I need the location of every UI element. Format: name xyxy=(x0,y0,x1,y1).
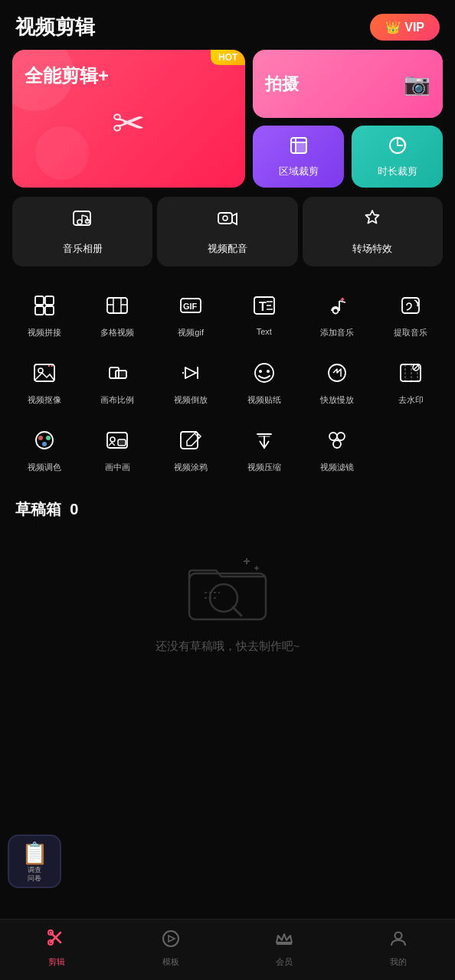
banner-bottom-row: 区域裁剪 时长裁剪 xyxy=(253,126,443,188)
scissors-nav-icon xyxy=(47,929,67,953)
music-album-icon xyxy=(71,207,94,236)
svg-rect-52 xyxy=(118,439,126,446)
nav-item-mine[interactable]: 我的 xyxy=(342,920,456,980)
tool-video-collage[interactable]: 视频拼接 xyxy=(8,279,81,346)
svg-rect-61 xyxy=(189,573,266,619)
feature-row: 音乐相册 视频配音 转场特效 xyxy=(0,197,455,266)
empty-folder-icon xyxy=(182,550,273,627)
tool-picture-in-picture-label: 画中画 xyxy=(105,462,130,473)
nav-label-mine: 我的 xyxy=(390,956,407,968)
svg-line-30 xyxy=(339,301,345,302)
tool-picture-in-picture[interactable]: 画中画 xyxy=(81,413,155,481)
svg-point-75 xyxy=(394,933,401,939)
survey-widget[interactable]: 📋 调查问卷 xyxy=(8,835,61,888)
tool-text-label: Text xyxy=(257,327,272,336)
draft-empty-state: 还没有草稿哦，快去制作吧~ xyxy=(15,543,440,684)
tool-video-compress-label: 视频压缩 xyxy=(247,462,281,473)
tool-speed[interactable]: 快放慢放 xyxy=(301,346,375,413)
svg-rect-16 xyxy=(107,298,127,313)
tool-video-gif-label: 视频gif xyxy=(178,327,204,338)
tool-multi-video[interactable]: 多格视频 xyxy=(81,279,155,346)
svg-rect-12 xyxy=(35,296,44,305)
svg-rect-13 xyxy=(35,306,44,315)
svg-rect-33 xyxy=(34,364,54,381)
transition-fx-button[interactable]: 转场特效 xyxy=(303,197,443,266)
svg-rect-36 xyxy=(116,371,126,378)
hot-badge: HOT xyxy=(211,50,245,65)
tool-video-collage-label: 视频拼接 xyxy=(28,327,61,338)
tool-video-mirror[interactable]: 视频抠像 xyxy=(8,346,81,413)
svg-point-48 xyxy=(38,436,43,440)
tool-extract-music-label: 提取音乐 xyxy=(394,327,427,338)
nav-item-vip[interactable]: 会员 xyxy=(228,920,342,980)
bottom-nav: 剪辑 模板 会员 我的 xyxy=(0,919,455,980)
vip-button[interactable]: 👑 VIP xyxy=(370,14,440,41)
tool-video-filter[interactable]: 视频滤镜 xyxy=(301,413,375,481)
banner-area: HOT 全能剪辑+ ✂ 拍摄 📷 区域裁剪 xyxy=(0,50,455,188)
nav-item-edit[interactable]: 剪辑 xyxy=(0,920,114,980)
tool-video-mirror-label: 视频抠像 xyxy=(28,394,61,406)
svg-point-53 xyxy=(110,437,115,442)
tool-remove-watermark[interactable]: 去水印 xyxy=(374,346,447,413)
svg-point-10 xyxy=(223,216,228,220)
crop-region-banner[interactable]: 区域裁剪 xyxy=(253,126,344,188)
svg-point-39 xyxy=(267,370,270,373)
svg-point-38 xyxy=(259,370,262,373)
tool-extract-music[interactable]: 提取音乐 xyxy=(374,279,447,346)
scissors-icon: ✂ xyxy=(25,100,233,146)
tool-video-sticker-label: 视频贴纸 xyxy=(247,394,281,406)
video-dub-label: 视频配音 xyxy=(208,242,247,256)
tool-text[interactable]: T Text xyxy=(228,279,301,346)
svg-rect-14 xyxy=(45,296,54,305)
header: 视频剪辑 👑 VIP xyxy=(0,0,455,50)
tool-multi-video-label: 多格视频 xyxy=(100,327,134,338)
tool-video-reverse[interactable]: 视频倒放 xyxy=(154,346,228,413)
svg-point-28 xyxy=(333,309,339,314)
main-banner[interactable]: HOT 全能剪辑+ ✂ xyxy=(12,50,245,188)
svg-point-4 xyxy=(77,220,82,224)
transition-fx-label: 转场特效 xyxy=(352,242,392,256)
tool-color-grading[interactable]: 视频调色 xyxy=(8,413,81,481)
video-dub-button[interactable]: 视频配音 xyxy=(157,197,297,266)
svg-point-60 xyxy=(333,440,341,448)
crop-time-label: 时长裁剪 xyxy=(378,165,417,178)
crown-nav-icon xyxy=(274,929,294,953)
svg-rect-9 xyxy=(218,213,232,224)
tool-video-doodle[interactable]: 视频涂鸦 xyxy=(154,413,228,481)
svg-line-67 xyxy=(233,607,241,616)
music-album-button[interactable]: 音乐相册 xyxy=(12,197,152,266)
tool-video-reverse-label: 视频倒放 xyxy=(174,394,208,406)
svg-point-37 xyxy=(255,364,273,382)
tool-add-music[interactable]: 添加音乐 xyxy=(301,279,375,346)
nav-label-vip: 会员 xyxy=(276,956,293,968)
draft-empty-text: 还没有草稿哦，快去制作吧~ xyxy=(155,639,300,654)
shoot-banner[interactable]: 拍摄 📷 xyxy=(253,50,443,118)
crown-icon: 👑 xyxy=(385,20,401,34)
tool-video-gif[interactable]: GIF 视频gif xyxy=(154,279,228,346)
tool-canvas-ratio-label: 画布比例 xyxy=(100,394,134,406)
banner-right: 拍摄 📷 区域裁剪 xyxy=(253,50,443,188)
draft-title: 草稿箱 0 xyxy=(15,499,440,520)
crop-time-banner[interactable]: 时长裁剪 xyxy=(352,126,443,188)
nav-label-edit: 剪辑 xyxy=(48,956,65,968)
nav-item-template[interactable]: 模板 xyxy=(114,920,228,980)
user-nav-icon xyxy=(388,929,408,953)
tool-color-grading-label: 视频调色 xyxy=(28,462,61,473)
camera-icon: 📷 xyxy=(404,71,430,96)
tool-canvas-ratio[interactable]: 画布比例 xyxy=(81,346,155,413)
music-album-label: 音乐相册 xyxy=(63,242,103,256)
tool-video-sticker[interactable]: 视频贴纸 xyxy=(228,346,301,413)
tool-video-compress[interactable]: 视频压缩 xyxy=(228,413,301,481)
svg-point-58 xyxy=(329,433,337,440)
draft-section: 草稿箱 0 还没有草稿哦，快去制作吧~ xyxy=(0,487,455,684)
crop-time-icon xyxy=(387,135,408,161)
transition-fx-icon xyxy=(361,207,384,236)
template-nav-icon xyxy=(161,929,181,953)
svg-text:T: T xyxy=(259,300,267,313)
main-banner-title: 全能剪辑+ xyxy=(25,64,233,88)
video-dub-icon xyxy=(216,207,239,236)
tool-speed-label: 快放慢放 xyxy=(320,394,354,406)
app-title: 视频剪辑 xyxy=(15,14,95,41)
svg-line-6 xyxy=(82,215,87,217)
tools-grid: 视频拼接 多格视频 GIF 视频gif T xyxy=(0,279,455,481)
